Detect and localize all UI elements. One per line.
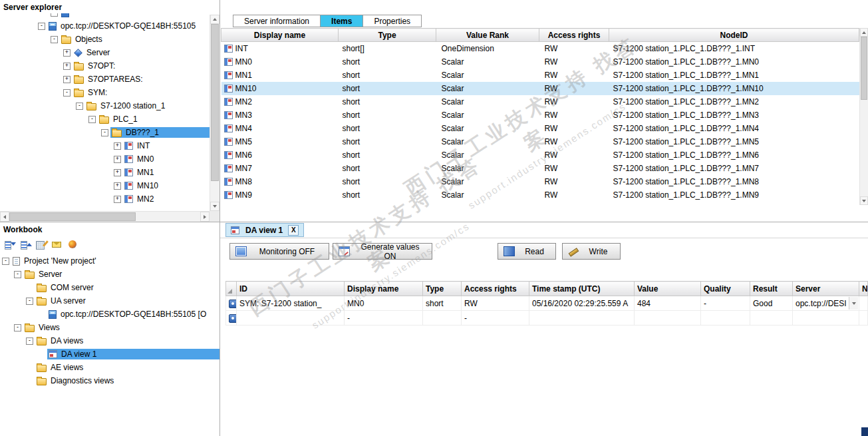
collapse-box-icon[interactable]: - <box>101 129 108 136</box>
items-row-mn0[interactable]: MN0shortScalarRWS7-1200 station_1.PLC_1.… <box>221 55 859 69</box>
da-column-quality[interactable]: Quality <box>701 282 750 296</box>
scroll-thumb[interactable] <box>211 24 219 181</box>
items-row-mn8[interactable]: MN8shortScalarRWS7-1200 station_1.PLC_1.… <box>221 175 859 188</box>
expand-box-icon[interactable]: + <box>63 63 71 70</box>
server-explorer-node-db-1[interactable]: -DB???_1 <box>0 126 210 139</box>
workbook-node-ae-views[interactable]: AE views <box>0 361 219 374</box>
workbook-node-diagnostics-views[interactable]: Diagnostics views <box>0 374 219 387</box>
da-column-n[interactable]: N <box>859 282 868 296</box>
scroll-up-button[interactable] <box>860 28 868 37</box>
server-explorer-horizontal-scrollbar[interactable] <box>0 211 210 222</box>
insert-list-icon[interactable] <box>3 239 16 250</box>
workbook-node-ua-server[interactable]: -UA server <box>0 294 219 308</box>
collapse-box-icon[interactable]: - <box>26 298 33 305</box>
expand-box-icon[interactable]: + <box>114 182 121 190</box>
server-explorer-node-s7opt[interactable]: +S7OPT: <box>0 59 210 73</box>
da-column-access-rights[interactable]: Access rights <box>462 282 529 296</box>
scroll-down-button[interactable] <box>860 196 868 205</box>
server-explorer-node-server[interactable]: +Server <box>0 46 210 59</box>
server-explorer-vertical-scrollbar[interactable] <box>210 15 219 211</box>
items-row-mn7[interactable]: MN7shortScalarRWS7-1200 station_1.PLC_1.… <box>221 162 859 175</box>
tab-items[interactable]: Items <box>320 15 363 27</box>
monitoring-toggle-button[interactable]: Monitoring OFF <box>229 243 329 260</box>
items-column-display-name[interactable]: Display name <box>221 29 339 42</box>
generate-values-toggle-button[interactable]: Generate values ON <box>333 243 432 260</box>
collapse-box-icon[interactable]: - <box>2 258 9 265</box>
items-row-mn10[interactable]: MN10shortScalarRWS7-1200 station_1.PLC_1… <box>221 82 859 95</box>
items-column-value-rank[interactable]: Value Rank <box>436 29 539 42</box>
da-row-2[interactable]: -- <box>226 311 868 326</box>
items-row-mn6[interactable]: MN6shortScalarRWS7-1200 station_1.PLC_1.… <box>221 148 859 162</box>
scroll-right-button[interactable] <box>200 212 210 222</box>
items-row-mn5[interactable]: MN5shortScalarRWS7-1200 station_1.PLC_1.… <box>221 135 859 148</box>
workbook-node-da-views[interactable]: -DA views <box>0 334 219 347</box>
workbook-node-opc-tcp-desktop-gqe14bh-55105-o[interactable]: opc.tcp://DESKTOP-GQE14BH:55105 [O <box>0 308 219 321</box>
da-column-id[interactable]: ID <box>237 282 345 296</box>
collapse-box-icon[interactable]: - <box>63 89 71 97</box>
server-explorer-node-sym[interactable]: -SYM: <box>0 86 210 99</box>
server-explorer-node-mn10[interactable]: +MN10 <box>0 179 210 192</box>
collapse-box-icon[interactable]: - <box>51 13 58 17</box>
collapse-box-icon[interactable]: - <box>51 36 58 43</box>
expand-box-icon[interactable]: + <box>114 196 121 203</box>
da-column-result[interactable]: Result <box>750 282 793 296</box>
da-row-1[interactable]: SYM: S7-1200 station_MN0shortRW05/16/202… <box>226 296 868 311</box>
connect-icon[interactable] <box>67 239 80 250</box>
row-select-header[interactable] <box>226 282 237 296</box>
workbook-node-views[interactable]: -Views <box>0 321 219 334</box>
da-view-tab[interactable]: DA view 1 X <box>225 223 304 237</box>
items-column-type[interactable]: Type <box>339 29 436 42</box>
server-explorer-node-int[interactable]: +INT <box>0 139 210 152</box>
scroll-thumb[interactable] <box>9 212 136 221</box>
scroll-up-button[interactable] <box>210 15 219 24</box>
items-column-access-rights[interactable]: Access rights <box>539 29 609 42</box>
mail-icon[interactable] <box>51 239 64 250</box>
server-explorer-node-s7-1200-station-1[interactable]: -S7-1200 station_1 <box>0 99 210 112</box>
collapse-box-icon[interactable]: - <box>88 116 96 123</box>
collapse-box-icon[interactable]: - <box>38 23 45 30</box>
expand-box-icon[interactable]: + <box>63 76 71 83</box>
da-column-server[interactable]: Server <box>793 282 859 296</box>
collapse-box-icon[interactable]: - <box>26 337 33 345</box>
server-explorer-node-0[interactable]: - <box>0 13 210 19</box>
server-explorer-node-s7optareas[interactable]: +S7OPTAREAS: <box>0 73 210 86</box>
items-column-nodeid[interactable]: NodeID <box>609 29 859 42</box>
server-explorer-node-mn1[interactable]: +MN1 <box>0 166 210 179</box>
scroll-down-button[interactable] <box>210 202 219 211</box>
write-button[interactable]: Write <box>562 243 621 260</box>
workbook-node-da-view-1[interactable]: DA view 1 <box>0 347 219 361</box>
da-column-time-stamp-utc[interactable]: Time stamp (UTC) <box>529 282 635 296</box>
items-vertical-scrollbar[interactable] <box>859 28 868 205</box>
collapse-box-icon[interactable]: - <box>14 271 21 278</box>
workbook-node-project-new-project[interactable]: -Project 'New project' <box>0 254 219 268</box>
da-column-type[interactable]: Type <box>423 282 462 296</box>
tab-server-information[interactable]: Server information <box>233 15 321 27</box>
scroll-left-button[interactable] <box>0 212 9 222</box>
items-row-mn2[interactable]: MN2shortScalarRWS7-1200 station_1.PLC_1.… <box>221 95 859 109</box>
server-explorer-node-objects[interactable]: -Objects <box>0 33 210 46</box>
items-row-mn3[interactable]: MN3shortScalarRWS7-1200 station_1.PLC_1.… <box>221 109 859 122</box>
da-column-value[interactable]: Value <box>635 282 701 296</box>
items-row-int[interactable]: INTshort[]OneDimensionRWS7-1200 station_… <box>221 42 859 56</box>
server-explorer-node-opc-tcp-desktop-gqe14bh-55105[interactable]: -opc.tcp://DESKTOP-GQE14BH:55105 <box>0 19 210 33</box>
da-column-display-name[interactable]: Display name <box>345 282 423 296</box>
collapse-box-icon[interactable]: - <box>14 324 21 331</box>
tab-properties[interactable]: Properties <box>362 15 422 27</box>
remove-list-icon[interactable] <box>19 239 32 250</box>
close-tab-button[interactable]: X <box>288 225 299 236</box>
collapse-box-icon[interactable]: - <box>76 103 83 110</box>
scroll-thumb[interactable] <box>861 37 867 100</box>
da-cell-server[interactable] <box>793 311 859 326</box>
workbook-node-server[interactable]: -Server <box>0 268 219 281</box>
items-row-mn9[interactable]: MN9shortScalarRWS7-1200 station_1.PLC_1.… <box>221 188 859 202</box>
workbook-node-com-server[interactable]: COM server <box>0 281 219 294</box>
server-explorer-node-plc-1[interactable]: -PLC_1 <box>0 112 210 126</box>
read-button[interactable]: Read <box>498 243 556 260</box>
da-cell-server[interactable]: opc.tcp://DESI <box>793 296 859 311</box>
expand-box-icon[interactable]: + <box>114 156 121 163</box>
expand-box-icon[interactable]: + <box>114 142 121 150</box>
server-explorer-node-mn2[interactable]: +MN2 <box>0 192 210 206</box>
expand-box-icon[interactable]: + <box>63 49 71 57</box>
items-row-mn4[interactable]: MN4shortScalarRWS7-1200 station_1.PLC_1.… <box>221 122 859 135</box>
items-row-mn1[interactable]: MN1shortScalarRWS7-1200 station_1.PLC_1.… <box>221 69 859 82</box>
